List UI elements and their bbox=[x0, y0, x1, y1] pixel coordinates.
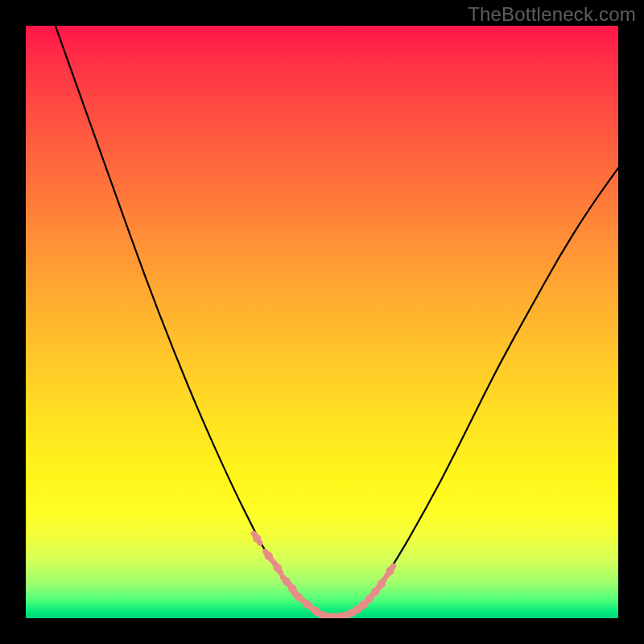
marker-dot bbox=[253, 534, 261, 542]
marker-dot bbox=[265, 552, 273, 560]
marker-dot bbox=[274, 564, 282, 572]
marker-dot bbox=[294, 592, 302, 601]
watermark-label: TheBottleneck.com bbox=[468, 3, 636, 26]
chart-frame: TheBottleneck.com bbox=[0, 0, 644, 644]
marker-dot bbox=[386, 567, 394, 575]
marker-dot bbox=[303, 600, 311, 608]
marker-dot bbox=[288, 584, 296, 592]
marker-dot bbox=[377, 580, 385, 588]
marker-dot bbox=[365, 595, 374, 603]
marker-dot bbox=[371, 588, 379, 596]
marker-segments bbox=[254, 534, 393, 617]
chart-svg bbox=[26, 26, 618, 618]
plot-area bbox=[26, 26, 618, 618]
highlighted-points bbox=[253, 534, 394, 618]
marker-dot bbox=[359, 601, 367, 609]
bottleneck-curve bbox=[56, 26, 618, 617]
marker-dot bbox=[283, 577, 291, 585]
